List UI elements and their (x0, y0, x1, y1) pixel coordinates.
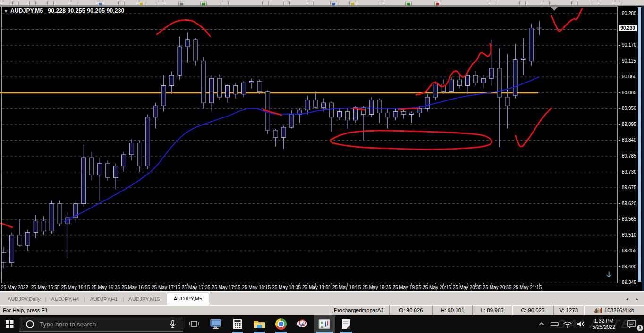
toolbar-button[interactable] (571, 1, 578, 6)
price-tick (619, 172, 620, 172)
toolbar-button[interactable] (2, 1, 8, 6)
price-axis-label: 89.455 (622, 248, 636, 253)
time-tick (156, 283, 156, 286)
time-tick (299, 283, 300, 284)
taskbar-app-file-explorer[interactable] (248, 315, 270, 333)
microphone-icon[interactable] (168, 319, 178, 329)
toolbar-button[interactable] (178, 1, 185, 6)
tab-audjpy-daily[interactable]: AUDJPY,Daily (3, 294, 45, 305)
time-axis-label: 25 May 16:55 (121, 285, 150, 290)
search-input[interactable]: Type here to search (19, 317, 183, 332)
cortana-icon[interactable] (26, 320, 34, 328)
time-tick (244, 283, 244, 284)
taskbar-app-calculator[interactable] (227, 315, 248, 333)
time-tick (28, 283, 28, 286)
tab-scroll-right-icon[interactable]: ► (635, 297, 639, 301)
toolbar-button[interactable] (378, 1, 384, 6)
vertical-scrollbar[interactable] (638, 7, 641, 282)
toolbar-button[interactable] (489, 1, 495, 6)
chevron-up-icon (538, 322, 545, 326)
action-center-button[interactable]: 3 (619, 315, 644, 333)
time-tick (164, 283, 164, 284)
calculator-icon (233, 318, 242, 330)
candlestick-chart[interactable] (0, 6, 618, 283)
tray-clock[interactable]: 1:32 PM 5/25/2022 (588, 315, 619, 333)
time-tick (172, 283, 172, 284)
tab-audjpy-m15[interactable]: AUDJPY,M15 (124, 294, 164, 305)
toolbar-button[interactable] (158, 1, 164, 6)
toolbar-button[interactable] (97, 1, 103, 6)
status-open: O: 90.026 (389, 305, 432, 315)
toolbar-button[interactable] (307, 1, 314, 6)
time-axis-label: 25 May 19:35 (363, 285, 391, 290)
status-data-usage: 103266/4 kb (584, 305, 644, 315)
toolbar-button[interactable] (283, 1, 290, 6)
traffic-bars-icon (594, 307, 602, 313)
time-tick (179, 283, 180, 284)
toolbar-button[interactable] (330, 1, 337, 6)
current-price-label: 90.230 (619, 25, 637, 31)
taskbar-app-metatrader[interactable] (314, 315, 335, 333)
tab-scroll-arrows: ◄ ► (620, 297, 644, 305)
taskbar-app-remote-desktop[interactable] (205, 315, 227, 333)
price-axis-label: 89.840 (622, 137, 636, 142)
time-tick (60, 283, 60, 286)
taskbar-app-notepad[interactable] (335, 315, 357, 333)
time-tick (523, 283, 524, 284)
tab-audjpy-h4[interactable]: AUDJPY,H4 (46, 294, 84, 305)
tray-chevron-button[interactable] (535, 315, 548, 333)
tab-audjpy-h1[interactable]: AUDJPY,H1 (85, 294, 122, 305)
toolbar-button[interactable] (29, 1, 36, 6)
symbol-dropdown-icon[interactable]: ▼ (4, 9, 8, 14)
toolbar-button[interactable] (614, 1, 620, 6)
price-tick (619, 124, 620, 125)
toolbar-button[interactable] (47, 1, 54, 6)
toolbar-button[interactable] (70, 1, 76, 6)
toolbar-button[interactable] (405, 1, 412, 6)
time-axis-label: 25 May 18:15 (242, 285, 271, 290)
toolbar-button[interactable] (262, 1, 269, 6)
windows-logo-icon (6, 320, 14, 328)
tray-wifi[interactable] (561, 315, 574, 333)
toolbar-button[interactable] (200, 1, 207, 6)
toolbar-button[interactable] (519, 1, 526, 6)
time-tick (44, 283, 44, 284)
time-tick (220, 283, 220, 286)
toolbar-button[interactable] (138, 1, 144, 6)
toolbar-button[interactable] (543, 1, 550, 6)
time-tick (307, 283, 308, 284)
price-tick (619, 45, 620, 46)
taskbar-spacer: GALANTE (357, 315, 535, 333)
time-axis-label: 25 May 18:55 (302, 285, 331, 290)
task-view-icon (189, 320, 199, 328)
tray-volume[interactable] (574, 315, 588, 333)
time-tick (140, 283, 140, 284)
toolbar-button[interactable] (118, 1, 125, 6)
price-tick (619, 61, 620, 61)
tray-battery[interactable] (548, 315, 561, 333)
toolbar-button[interactable] (434, 1, 441, 6)
task-view-button[interactable] (183, 315, 205, 333)
toolbar-button[interactable] (222, 1, 229, 6)
time-tick (236, 283, 236, 284)
tab-scroll-left-icon[interactable]: ◄ (625, 297, 629, 301)
time-tick (531, 283, 532, 284)
price-axis-label: 89.510 (622, 233, 636, 238)
tab-audjpy-m5[interactable]: AUDJPY,M5 (167, 293, 209, 305)
time-tick (116, 283, 116, 284)
chart-title: ▼AUDJPY,M590.228 90.255 90.205 90.230 (4, 8, 124, 14)
toolbar-clipped[interactable] (0, 0, 644, 6)
scroll-anchor-icon[interactable]: ⚓ (606, 271, 612, 277)
toolbar-button[interactable] (349, 1, 356, 6)
time-tick (124, 283, 124, 286)
window-edge (642, 6, 644, 291)
chrome-icon (275, 318, 287, 330)
start-button[interactable] (0, 315, 19, 333)
status-bar: For Help, press F1 ProchargedmoparAJ O: … (0, 305, 644, 315)
chart-ohlc-values: 90.228 90.255 90.205 90.230 (48, 8, 124, 14)
time-tick (475, 283, 476, 286)
taskbar-app-chrome[interactable] (270, 315, 292, 333)
taskbar-app-snipping-tool[interactable]: ✂ (292, 315, 314, 333)
toolbar-button[interactable] (12, 1, 19, 6)
toolbar-button[interactable] (593, 1, 599, 6)
